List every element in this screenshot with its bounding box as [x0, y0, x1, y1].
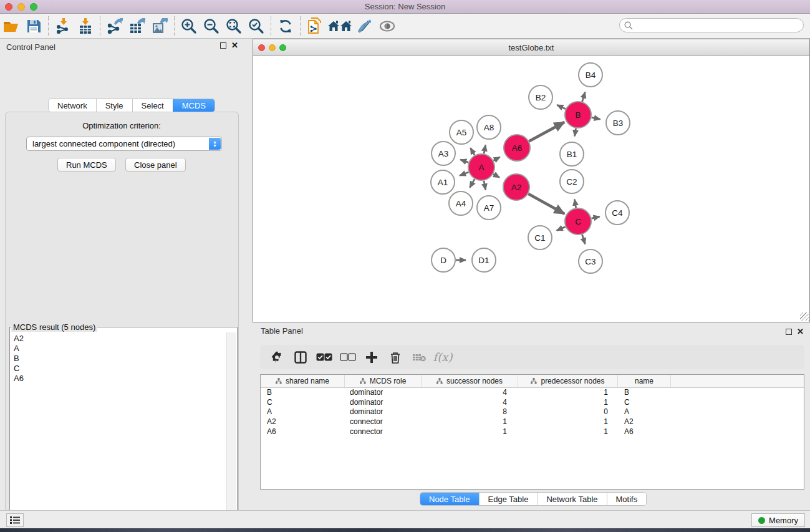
- tab-style[interactable]: Style: [96, 99, 132, 112]
- edge-C-C4[interactable]: [591, 216, 599, 218]
- delete-table-icon[interactable]: [408, 347, 430, 367]
- mcds-result-scrollbar[interactable]: [226, 332, 236, 532]
- select-all-icon[interactable]: [314, 347, 335, 367]
- import-network-icon[interactable]: [52, 16, 74, 37]
- open-network-file-icon[interactable]: [304, 16, 326, 37]
- table-cell[interactable]: dominator: [345, 407, 422, 417]
- mcds-result-list[interactable]: A2ABCA6: [11, 332, 226, 532]
- eye-icon[interactable]: [376, 16, 398, 37]
- edge-C-C3[interactable]: [582, 235, 586, 244]
- export-network-icon[interactable]: [104, 16, 126, 37]
- search-field[interactable]: [619, 18, 804, 32]
- edge-A-A1[interactable]: [460, 172, 468, 176]
- edge-A-A7[interactable]: [484, 181, 486, 190]
- edge-B-B4[interactable]: [582, 92, 586, 102]
- network-window-titlebar[interactable]: testGlobe.txt: [253, 39, 809, 56]
- edge-C-C1[interactable]: [557, 227, 566, 231]
- close-table-panel-icon[interactable]: ✕: [797, 329, 804, 335]
- tab-network-table[interactable]: Network Table: [537, 493, 606, 505]
- table-cell[interactable]: 1: [518, 417, 618, 427]
- edge-A-A4[interactable]: [470, 179, 475, 188]
- table-row[interactable]: A2connector11A2: [261, 417, 804, 427]
- table-cell[interactable]: B: [618, 388, 671, 398]
- search-input[interactable]: [636, 21, 803, 30]
- tab-mcds[interactable]: MCDS: [173, 99, 215, 112]
- table-cell[interactable]: A6: [618, 427, 671, 437]
- table-cell[interactable]: 1: [518, 388, 618, 398]
- tab-motifs[interactable]: Motifs: [607, 493, 647, 505]
- edge-A2-C[interactable]: [528, 194, 564, 214]
- close-panel-button[interactable]: Close panel: [125, 158, 186, 172]
- open-session-icon[interactable]: [0, 16, 22, 37]
- table-cell[interactable]: dominator: [345, 388, 422, 398]
- zoom-selected-icon[interactable]: [245, 16, 268, 37]
- edge-A-A3[interactable]: [460, 160, 468, 163]
- edge-A-A6[interactable]: [493, 157, 499, 161]
- edge-A-A8[interactable]: [484, 145, 486, 154]
- table-row[interactable]: Adominator80A: [261, 407, 804, 417]
- edge-B-B3[interactable]: [592, 117, 600, 119]
- tab-select[interactable]: Select: [132, 99, 173, 112]
- log-console-button[interactable]: [6, 513, 24, 527]
- edge-A-A5[interactable]: [470, 148, 475, 155]
- column-header[interactable]: MCDS role: [345, 375, 422, 387]
- table-cell[interactable]: C: [261, 398, 345, 408]
- split-columns-icon[interactable]: [290, 347, 311, 367]
- edge-A-A2[interactable]: [493, 174, 499, 178]
- run-mcds-button[interactable]: Run MCDS: [57, 158, 116, 172]
- column-header[interactable]: successor nodes: [422, 375, 518, 387]
- save-session-icon[interactable]: [22, 16, 45, 37]
- home-icon[interactable]: [326, 16, 354, 37]
- table-cell[interactable]: 0: [518, 407, 618, 417]
- edge-C-C2[interactable]: [574, 200, 576, 208]
- function-builder-icon[interactable]: f(x): [432, 347, 453, 367]
- table-cell[interactable]: 1: [422, 427, 518, 437]
- table-cell[interactable]: connector: [345, 427, 422, 437]
- zoom-out-icon[interactable]: [200, 16, 223, 37]
- table-cell[interactable]: connector: [345, 417, 422, 427]
- column-header[interactable]: name: [618, 375, 671, 387]
- network-graph[interactable]: B4B2BB3A5A8A6A3B1AA1C2A2A4A7C4CC1DD1C3: [253, 56, 809, 322]
- float-table-panel-icon[interactable]: [786, 329, 792, 335]
- network-canvas[interactable]: B4B2BB3A5A8A6A3B1AA1C2A2A4A7C4CC1DD1C3: [253, 56, 809, 322]
- edge-B-B1[interactable]: [575, 128, 576, 137]
- refresh-icon[interactable]: [274, 16, 297, 37]
- table-cell[interactable]: 1: [518, 398, 618, 408]
- table-cell[interactable]: B: [261, 388, 345, 398]
- tab-network[interactable]: Network: [49, 99, 96, 112]
- zoom-fit-icon[interactable]: [223, 16, 245, 37]
- column-header[interactable]: shared name: [261, 375, 345, 387]
- table-cell[interactable]: 1: [422, 417, 518, 427]
- table-cell[interactable]: A2: [261, 417, 345, 427]
- table-cell[interactable]: A: [618, 407, 671, 417]
- tab-node-table[interactable]: Node Table: [420, 493, 479, 505]
- table-row[interactable]: Bdominator41B: [261, 388, 804, 398]
- import-table-icon[interactable]: [74, 16, 97, 37]
- resize-grip[interactable]: [800, 312, 809, 321]
- table-cell[interactable]: 1: [518, 427, 618, 437]
- float-panel-icon[interactable]: [220, 42, 226, 49]
- export-table-icon[interactable]: [126, 16, 148, 37]
- close-panel-icon[interactable]: ✕: [231, 42, 238, 49]
- table-cell[interactable]: dominator: [345, 398, 422, 408]
- deselect-all-icon[interactable]: [337, 347, 359, 367]
- table-cell[interactable]: 4: [422, 398, 518, 408]
- edge-A6-B[interactable]: [529, 122, 564, 142]
- table-cell[interactable]: A2: [618, 417, 671, 427]
- table-cell[interactable]: A: [261, 407, 345, 417]
- table-cell[interactable]: 8: [422, 407, 518, 417]
- column-header[interactable]: predecessor nodes: [518, 375, 618, 387]
- optimization-criterion-select[interactable]: largest connected component (directed) ▲…: [26, 137, 222, 151]
- edge-B-B2[interactable]: [557, 105, 566, 109]
- memory-button[interactable]: Memory: [751, 513, 805, 527]
- table-cell[interactable]: 4: [422, 388, 518, 398]
- table-cell[interactable]: A6: [261, 427, 345, 437]
- export-image-icon[interactable]: [148, 16, 171, 37]
- table-cell[interactable]: C: [618, 398, 671, 408]
- delete-column-icon[interactable]: [385, 347, 406, 367]
- table-row[interactable]: Cdominator41C: [261, 398, 804, 408]
- table-settings-icon[interactable]: [266, 347, 287, 367]
- tab-edge-table[interactable]: Edge Table: [479, 493, 538, 505]
- table-row[interactable]: A6connector11A6: [261, 427, 804, 437]
- add-column-icon[interactable]: [361, 347, 382, 367]
